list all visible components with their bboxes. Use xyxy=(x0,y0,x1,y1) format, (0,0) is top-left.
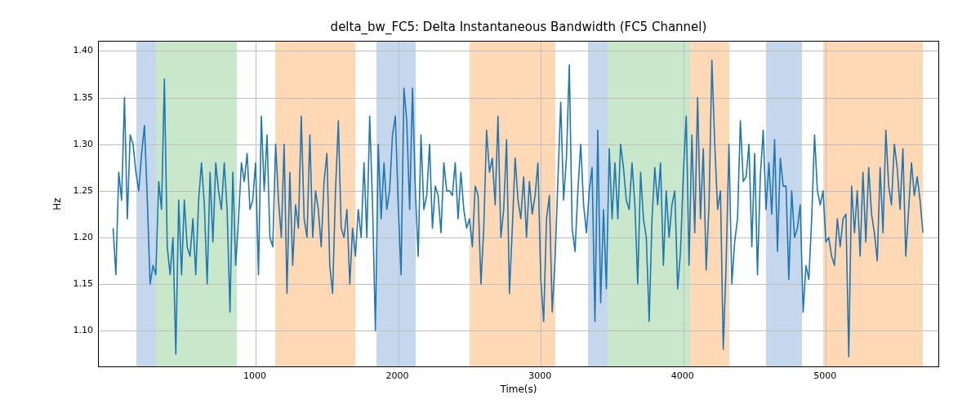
figure: delta_bw_FC5: Delta Instantaneous Bandwi… xyxy=(0,0,980,408)
y-tick-label: 1.15 xyxy=(65,278,93,289)
chart-title: delta_bw_FC5: Delta Instantaneous Bandwi… xyxy=(98,20,939,34)
y-tick-label: 1.35 xyxy=(65,91,93,102)
x-tick-label: 5000 xyxy=(813,370,836,381)
y-tick-label: 1.40 xyxy=(65,45,93,55)
y-tick-label: 1.30 xyxy=(65,138,93,149)
y-tick-label: 1.10 xyxy=(65,325,93,335)
y-axis-label: Hz xyxy=(49,41,65,367)
plot-area xyxy=(98,41,939,367)
x-tick-label: 3000 xyxy=(528,370,551,381)
x-tick-label: 4000 xyxy=(671,370,694,381)
y-tick-label: 1.25 xyxy=(65,184,93,195)
x-tick-label: 1000 xyxy=(243,370,266,381)
x-tick-label: 2000 xyxy=(386,370,409,381)
line-series xyxy=(99,42,939,367)
y-tick-label: 1.20 xyxy=(65,232,93,242)
x-axis-label: Time(s) xyxy=(98,384,939,395)
